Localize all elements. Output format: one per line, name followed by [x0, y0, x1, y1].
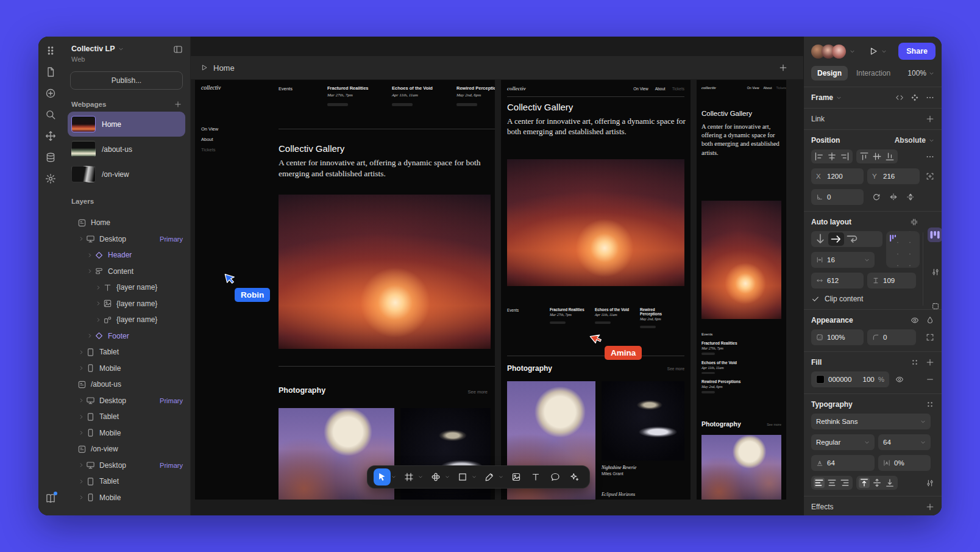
add-effect-icon[interactable] — [926, 503, 934, 511]
chevron-right-icon[interactable] — [94, 285, 102, 290]
webpage-item[interactable]: /on-view — [68, 162, 185, 187]
add-fill-icon[interactable] — [926, 358, 934, 367]
rail-icon[interactable] — [45, 131, 56, 142]
chevron-right-icon[interactable] — [77, 430, 85, 436]
chevron-right-icon[interactable] — [77, 236, 85, 242]
chevron-right-icon[interactable] — [77, 349, 85, 355]
chevron-right-icon[interactable] — [77, 414, 85, 420]
text-valign-bottom-icon[interactable] — [884, 478, 895, 488]
text-align-left-icon[interactable] — [814, 478, 825, 488]
clip-content-checkbox[interactable]: Clip content — [811, 295, 920, 303]
independent-corners-icon[interactable] — [926, 333, 934, 342]
chevron-right-icon[interactable] — [77, 398, 85, 403]
library-book-button[interactable] — [45, 493, 56, 504]
tool-button[interactable] — [547, 468, 564, 486]
text-valign-middle-icon[interactable] — [872, 478, 882, 488]
publish-button[interactable]: Publish... — [70, 71, 183, 90]
chevron-down-icon[interactable] — [472, 475, 477, 479]
line-height-input[interactable]: 64 — [811, 455, 875, 471]
tool-button[interactable] — [508, 468, 525, 486]
tool-button[interactable] — [454, 468, 471, 486]
chevron-down-icon[interactable] — [881, 49, 887, 54]
rail-icon[interactable] — [45, 88, 56, 99]
type-settings-icon[interactable] — [926, 479, 934, 487]
rail-icon[interactable] — [45, 152, 56, 163]
add-page-button[interactable] — [174, 101, 182, 108]
layout-settings-icon[interactable] — [931, 268, 940, 276]
tab-interaction[interactable]: Interaction — [850, 66, 897, 81]
chevron-down-icon[interactable] — [391, 475, 396, 479]
y-position-input[interactable]: Y 216 — [867, 168, 920, 184]
layer-row[interactable]: Tablet — [63, 409, 190, 425]
chevron-right-icon[interactable] — [77, 479, 85, 484]
chevron-right-icon[interactable] — [94, 301, 102, 306]
layer-row[interactable]: Home — [63, 215, 190, 231]
opacity-input[interactable]: 100% — [811, 329, 864, 345]
align-right-icon[interactable] — [839, 151, 850, 162]
color-swatch[interactable] — [816, 375, 825, 384]
chevron-right-icon[interactable] — [86, 268, 94, 274]
layer-row[interactable]: Tablet — [63, 344, 190, 360]
direction-horizontal-icon[interactable] — [828, 232, 844, 246]
height-input[interactable]: 109 — [867, 273, 916, 289]
layer-row[interactable]: Mobile — [63, 490, 190, 506]
more-options-icon[interactable] — [926, 93, 934, 102]
webpage-item[interactable]: Home — [68, 112, 185, 137]
auto-layout-toggle[interactable] — [928, 228, 942, 242]
chevron-down-icon[interactable] — [445, 475, 450, 479]
zoom-control[interactable]: 100% — [907, 69, 934, 77]
font-weight-select[interactable]: Regular — [811, 434, 875, 450]
layer-row[interactable]: /about-us — [63, 376, 190, 393]
dev-mode-icon[interactable] — [895, 93, 904, 102]
layer-row[interactable]: /on-view — [63, 441, 190, 457]
letter-spacing-input[interactable]: 0% — [878, 455, 931, 471]
collaborator-avatars[interactable] — [811, 45, 846, 59]
layer-row[interactable]: Desktop Primary — [63, 457, 190, 474]
frame-mobile[interactable]: collectiv On ViewAboutTickets Collectiv … — [697, 80, 786, 500]
chevron-down-icon[interactable] — [836, 95, 842, 101]
direction-wrap-icon[interactable] — [844, 232, 860, 246]
font-size-select[interactable]: 64 — [878, 434, 931, 450]
tool-button[interactable] — [374, 468, 391, 486]
position-mode-dropdown[interactable]: Absolute — [895, 136, 934, 145]
tool-button[interactable] — [427, 468, 444, 486]
layer-row[interactable]: Tablet — [63, 473, 190, 490]
fill-color-input[interactable]: 000000 100 % — [811, 371, 889, 387]
layer-row[interactable]: Content — [63, 263, 190, 280]
chevron-down-icon[interactable] — [418, 475, 423, 479]
visibility-icon[interactable] — [911, 316, 919, 324]
tool-button[interactable] — [527, 468, 544, 486]
chevron-right-icon[interactable] — [94, 317, 102, 323]
rail-icon[interactable] — [45, 173, 56, 184]
avatar[interactable] — [832, 45, 846, 59]
direction-vertical-icon[interactable] — [812, 232, 828, 246]
add-link-icon[interactable] — [926, 115, 934, 123]
fill-visibility-icon[interactable] — [895, 375, 904, 384]
layer-row[interactable]: {layer name} — [63, 279, 190, 296]
layer-row[interactable]: Desktop Primary — [63, 393, 190, 409]
chevron-down-icon[interactable] — [850, 49, 855, 54]
align-left-icon[interactable] — [814, 151, 825, 162]
remove-fill-icon[interactable] — [926, 375, 934, 384]
text-align-right-icon[interactable] — [839, 478, 850, 488]
constraints-icon[interactable] — [926, 172, 934, 181]
frame-tablet[interactable]: collectiv On ViewAboutTickets Collectiv … — [501, 80, 691, 500]
flip-horizontal-icon[interactable] — [889, 193, 898, 201]
more-align-icon[interactable] — [926, 152, 934, 161]
layer-row[interactable]: Mobile — [63, 360, 190, 377]
rotation-input[interactable]: 0 — [811, 189, 864, 205]
rail-icon[interactable] — [45, 109, 56, 120]
align-top-icon[interactable] — [859, 151, 870, 162]
layer-row[interactable]: Desktop Primary — [63, 231, 190, 248]
tab-design[interactable]: Design — [811, 66, 848, 81]
share-button[interactable]: Share — [898, 43, 936, 60]
text-valign-top-icon[interactable] — [859, 478, 870, 488]
tool-button[interactable] — [566, 468, 583, 486]
layer-row[interactable]: {layer name} — [63, 296, 190, 312]
layer-row[interactable]: Header — [63, 247, 190, 263]
align-bottom-icon[interactable] — [884, 151, 895, 162]
corner-radius-input[interactable]: 0 — [867, 329, 916, 345]
alignment-pad[interactable] — [886, 231, 920, 268]
project-menu[interactable]: Collectiv LP — [71, 45, 183, 53]
rail-icon[interactable] — [45, 66, 56, 77]
